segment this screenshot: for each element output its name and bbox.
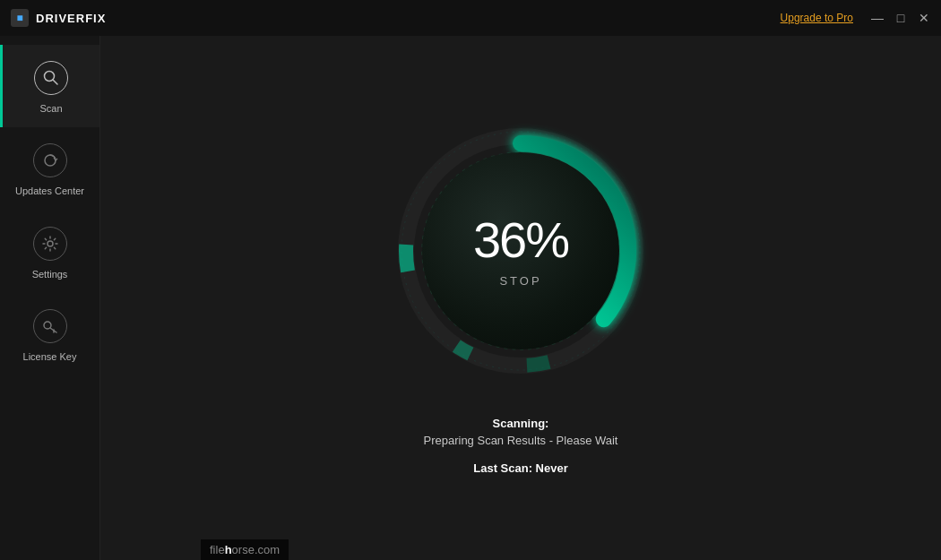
stop-button[interactable]: STOP <box>499 274 541 288</box>
title-plain: DRIVER <box>36 12 85 25</box>
scanning-subtitle: Preparing Scan Results - Please Wait <box>423 434 617 447</box>
watermark-text: filehorse.com <box>210 543 280 556</box>
app-logo: ■ <box>11 9 29 27</box>
updates-icon <box>33 143 67 177</box>
upgrade-link[interactable]: Upgrade to Pro <box>781 12 853 24</box>
minimize-button[interactable]: — <box>871 12 884 24</box>
updates-label: Updates Center <box>15 185 84 197</box>
close-button[interactable]: ✕ <box>918 12 930 24</box>
sidebar-item-license[interactable]: License Key <box>0 293 99 375</box>
app-title: DRIVERFIX <box>36 12 106 25</box>
last-scan-label: Last Scan: <box>473 461 532 475</box>
percent-display: 36% <box>473 215 568 265</box>
scan-icon <box>34 61 68 95</box>
progress-ring-container: 36% STOP <box>391 121 651 381</box>
scan-label: Scan <box>39 102 62 115</box>
main-layout: Scan Updates Center Settings <box>0 36 941 560</box>
svg-line-1 <box>53 80 57 84</box>
license-label: License Key <box>23 350 77 363</box>
maximize-button[interactable]: □ <box>894 12 907 24</box>
logo-icon: ■ <box>16 12 22 24</box>
status-area: Scanning: Preparing Scan Results - Pleas… <box>423 417 617 475</box>
last-scan-value: Never <box>536 461 568 475</box>
sidebar-item-updates[interactable]: Updates Center <box>0 127 99 210</box>
title-bar: ■ DRIVERFIX Upgrade to Pro — □ ✕ <box>0 0 941 36</box>
title-bold: FIX <box>85 12 106 25</box>
license-icon <box>33 309 67 343</box>
inner-circle: 36% STOP <box>422 152 619 349</box>
content-area: 36% STOP Scanning: Preparing Scan Result… <box>100 36 941 560</box>
settings-icon <box>33 227 67 261</box>
watermark: filehorse.com <box>201 539 289 560</box>
last-scan-info: Last Scan: Never <box>423 461 617 475</box>
svg-point-3 <box>47 241 53 246</box>
sidebar-item-scan[interactable]: Scan <box>0 45 99 127</box>
window-controls: — □ ✕ <box>871 12 930 24</box>
sidebar-item-settings[interactable]: Settings <box>0 211 99 293</box>
scanning-title: Scanning: <box>423 417 617 430</box>
sidebar: Scan Updates Center Settings <box>0 36 100 560</box>
settings-label: Settings <box>32 268 68 280</box>
app-branding: ■ DRIVERFIX <box>11 9 106 27</box>
